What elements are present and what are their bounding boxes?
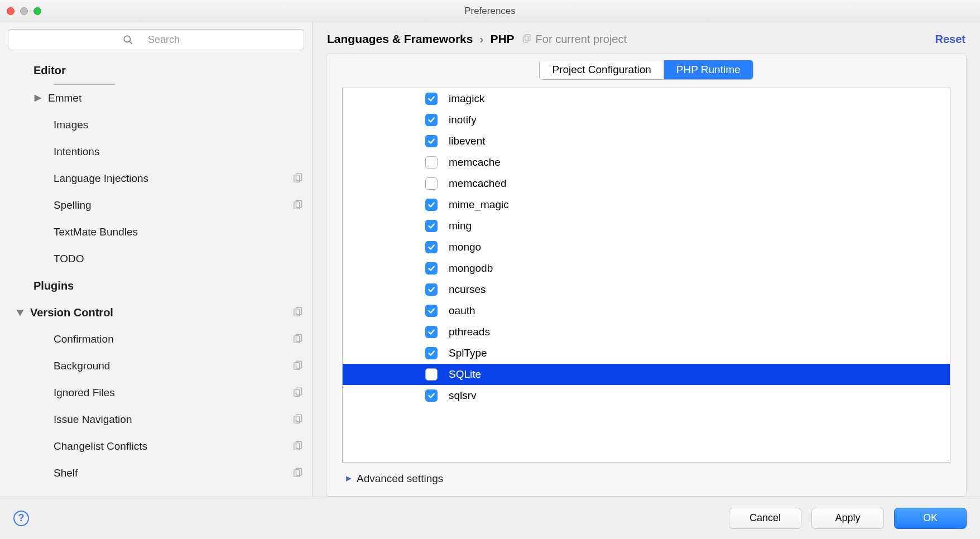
close-window-button[interactable] (7, 7, 15, 15)
copy-project-scope-icon (292, 387, 303, 398)
chevron-right-icon (345, 475, 352, 482)
svg-marker-7 (17, 310, 24, 316)
dialog-footer: ? Cancel Apply OK (0, 497, 980, 539)
extensions-listbox[interactable]: imagickinotifylibeventmemcachememcachedm… (342, 88, 950, 463)
search-field[interactable] (8, 29, 304, 50)
extension-row[interactable]: imagick (343, 88, 950, 109)
extension-row[interactable]: mongodb (343, 258, 950, 279)
extension-row[interactable]: inotify (343, 109, 950, 131)
settings-panel: Project Configuration PHP Runtime imagic… (326, 54, 967, 497)
tree-item-background[interactable]: Background (0, 353, 312, 379)
extension-checkbox[interactable] (425, 305, 438, 317)
extension-row[interactable]: oauth (343, 300, 950, 321)
extension-row[interactable]: memcached (343, 173, 950, 194)
svg-marker-2 (35, 95, 42, 102)
extension-label: inotify (449, 114, 477, 126)
minimize-window-button[interactable] (20, 7, 28, 15)
copy-project-scope-icon (292, 307, 303, 318)
svg-line-1 (129, 41, 132, 44)
tree-item-language-injections[interactable]: Language Injections (0, 165, 312, 192)
advanced-settings-toggle[interactable]: Advanced settings (326, 463, 966, 485)
copy-project-scope-icon (521, 34, 531, 44)
extension-checkbox[interactable] (425, 93, 438, 105)
tree-item-images[interactable]: Images (0, 112, 312, 138)
copy-project-scope-icon (292, 334, 303, 345)
chevron-right-icon (33, 94, 42, 103)
extension-row[interactable]: ming (343, 215, 950, 237)
copy-project-scope-icon (292, 441, 303, 452)
tab-group: Project Configuration PHP Runtime (539, 60, 753, 80)
sidebar: Editor Emmet Images Intentions Language … (0, 22, 313, 497)
apply-button[interactable]: Apply (811, 508, 884, 529)
search-input[interactable] (8, 29, 304, 50)
extension-label: SQLite (449, 368, 481, 381)
extension-label: imagick (449, 93, 484, 105)
settings-tree: Editor Emmet Images Intentions Language … (0, 55, 312, 497)
extension-row[interactable]: mongo (343, 237, 950, 258)
chevron-down-icon (16, 308, 25, 317)
extension-label: libevent (449, 135, 486, 147)
chevron-right-icon: › (479, 32, 483, 46)
cancel-button[interactable]: Cancel (729, 508, 801, 529)
extension-label: sqlsrv (449, 389, 477, 402)
extension-label: memcache (449, 156, 501, 169)
tree-item-issue-navigation[interactable]: Issue Navigation (0, 406, 312, 433)
tree-section-plugins[interactable]: Plugins (0, 272, 312, 299)
breadcrumb-root[interactable]: Languages & Frameworks (327, 32, 473, 46)
extension-row[interactable]: SQLite (343, 364, 950, 385)
extension-row[interactable]: sqlsrv (343, 385, 950, 406)
extension-label: pthreads (449, 326, 490, 338)
zoom-window-button[interactable] (33, 7, 41, 15)
extension-checkbox[interactable] (425, 326, 438, 338)
extension-checkbox[interactable] (425, 156, 438, 169)
extension-row[interactable]: libevent (343, 131, 950, 152)
extension-row[interactable]: pthreads (343, 321, 950, 343)
extension-row[interactable]: SplType (343, 343, 950, 364)
tree-item-textmate-bundles[interactable]: TextMate Bundles (0, 219, 312, 246)
reset-link[interactable]: Reset (935, 33, 965, 46)
tree-item-intentions[interactable]: Intentions (0, 138, 312, 165)
extension-row[interactable]: memcache (343, 152, 950, 173)
extension-row[interactable]: mime_magic (343, 194, 950, 215)
window-title: Preferences (0, 6, 980, 17)
breadcrumb: Languages & Frameworks › PHP For current… (313, 22, 980, 54)
extension-checkbox[interactable] (425, 368, 438, 381)
extension-checkbox[interactable] (425, 220, 438, 232)
extension-row[interactable]: ncurses (343, 279, 950, 300)
copy-project-scope-icon (292, 173, 303, 184)
tree-item-shelf[interactable]: Shelf (0, 460, 312, 487)
extension-checkbox[interactable] (425, 389, 438, 402)
tree-item-ignored-files[interactable]: Ignored Files (0, 379, 312, 406)
tree-item-confirmation[interactable]: Confirmation (0, 326, 312, 353)
copy-project-scope-icon (292, 414, 303, 425)
tab-php-runtime[interactable]: PHP Runtime (664, 60, 753, 79)
copy-project-scope-icon (292, 468, 303, 479)
tree-section-editor[interactable]: Editor (0, 57, 312, 84)
tree-section-version-control[interactable]: Version Control (0, 299, 312, 326)
help-button[interactable]: ? (13, 511, 29, 526)
extension-checkbox[interactable] (425, 199, 438, 211)
svg-marker-24 (346, 476, 352, 482)
tree-item-todo[interactable]: TODO (0, 246, 312, 272)
ok-button[interactable]: OK (894, 508, 967, 529)
tree-item-changelist-conflicts[interactable]: Changelist Conflicts (0, 433, 312, 460)
copy-project-scope-icon (292, 360, 303, 372)
tab-project-configuration[interactable]: Project Configuration (540, 60, 663, 79)
extension-label: memcached (449, 177, 507, 190)
extension-checkbox[interactable] (425, 262, 438, 275)
extension-label: mongodb (449, 262, 493, 275)
extension-checkbox[interactable] (425, 283, 438, 296)
extension-checkbox[interactable] (425, 177, 438, 190)
tree-item-spelling[interactable]: Spelling (0, 192, 312, 219)
breadcrumb-leaf: PHP (490, 32, 514, 46)
extension-label: mime_magic (449, 199, 509, 211)
extension-label: mongo (449, 241, 481, 253)
extension-checkbox[interactable] (425, 114, 438, 126)
content-pane: Languages & Frameworks › PHP For current… (313, 22, 980, 497)
tree-item-emmet[interactable]: Emmet (0, 85, 312, 112)
scope-label: For current project (521, 33, 627, 46)
extension-checkbox[interactable] (425, 241, 438, 253)
extension-checkbox[interactable] (425, 135, 438, 147)
extension-checkbox[interactable] (425, 347, 438, 359)
titlebar: Preferences (0, 0, 980, 22)
